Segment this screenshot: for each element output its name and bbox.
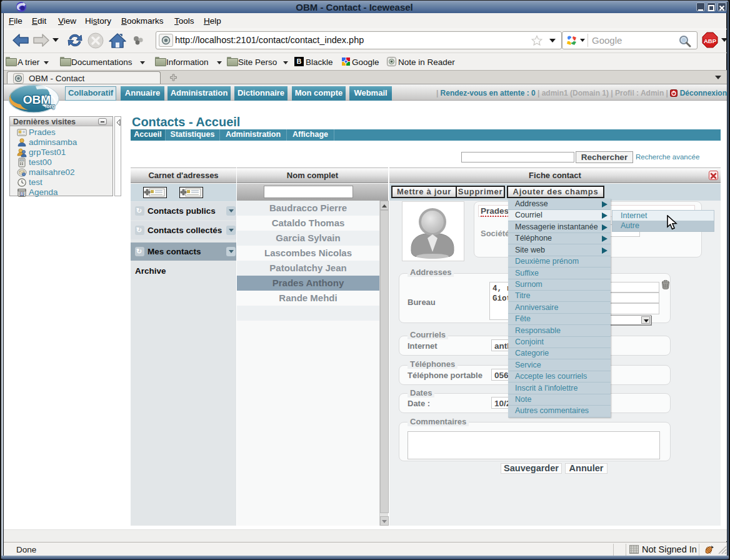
svg-text:ABP: ABP bbox=[704, 38, 717, 44]
svg-text:.org: .org bbox=[45, 103, 55, 109]
svg-text:11: 11 bbox=[20, 192, 24, 196]
